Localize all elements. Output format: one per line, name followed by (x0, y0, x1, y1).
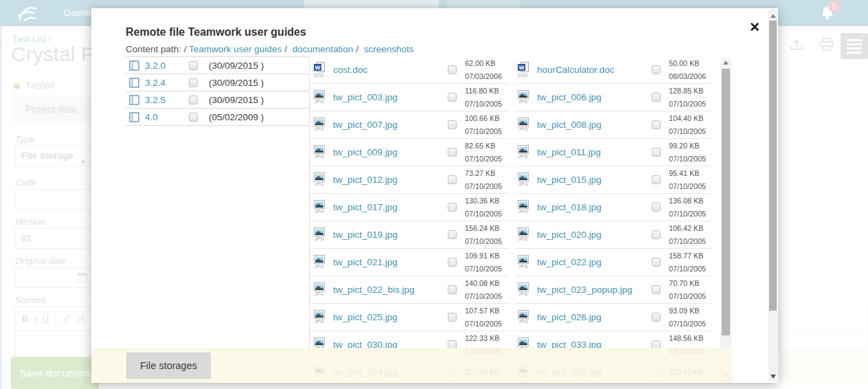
file-link[interactable]: tw_pict_026.jpg (537, 312, 652, 322)
file-date: 07/10/2005 (669, 235, 713, 248)
file-checkbox[interactable] (652, 258, 661, 267)
file-link[interactable]: tw_pict_022_bis.jpg (333, 285, 448, 295)
file-info: 50.00 KB 08/03/2006 (669, 57, 713, 83)
scroll-down-icon[interactable] (768, 372, 777, 380)
file-link[interactable]: tw_pict_018.jpg (537, 202, 652, 212)
folder-link[interactable]: 3.2.5 (145, 95, 189, 105)
jpg-ext-label: JPG (315, 320, 324, 324)
svg-text:W: W (519, 65, 525, 71)
file-size: 73.27 KB (465, 167, 509, 180)
folder-checkbox[interactable] (189, 96, 198, 104)
file-checkbox[interactable] (448, 285, 457, 294)
file-link[interactable]: tw_pict_020.jpg (537, 230, 652, 240)
folder-icon (129, 78, 139, 88)
file-checkbox[interactable] (652, 203, 661, 212)
file-checkbox[interactable] (448, 120, 457, 129)
jpg-file-icon: JPG (311, 282, 328, 297)
file-link[interactable]: tw_pict_003.jpg (333, 92, 448, 102)
file-row: W DOC JPG tw_pict_017.jpg 130.36 KB 07/1… (311, 194, 509, 221)
folder-link[interactable]: 3.2.0 (145, 60, 189, 71)
file-info: 62.00 KB 07/03/2006 (465, 57, 509, 83)
remote-file-dialog: ✕ Remote file Teamwork user guides Conte… (91, 8, 778, 383)
file-list: W DOC JPG cost.doc 62.00 KB 07/03/2006 (311, 56, 713, 382)
file-link[interactable]: tw_pict_017.jpg (333, 202, 448, 212)
file-link[interactable]: tw_pict_011.jpg (537, 147, 652, 157)
file-checkbox[interactable] (448, 148, 457, 157)
file-link[interactable]: hourCalculator.doc (537, 65, 652, 75)
folder-icon (129, 60, 139, 71)
jpg-file-icon: JPG (311, 310, 328, 324)
folder-link[interactable]: 3.2.4 (145, 78, 189, 88)
file-link[interactable]: tw_pict_023_popup.jpg (537, 285, 652, 295)
dialog-scrollbar[interactable] (768, 10, 777, 381)
file-row: W DOC JPG tw_pict_023_popup.jpg 70.70 KB… (515, 276, 713, 304)
file-list-scrollbar[interactable] (720, 58, 731, 382)
path-link[interactable]: documentation (293, 44, 354, 54)
folder-checkbox[interactable] (189, 113, 198, 122)
file-row: W DOC JPG tw_pict_012.jpg 73.27 KB 07/10… (311, 166, 509, 194)
file-link[interactable]: tw_pict_025.jpg (333, 312, 448, 322)
file-link[interactable]: tw_pict_019.jpg (333, 230, 448, 240)
jpg-file-icon: JPG (515, 200, 532, 214)
file-checkbox[interactable] (652, 120, 661, 129)
file-checkbox[interactable] (448, 175, 457, 184)
file-link[interactable]: tw_pict_009.jpg (333, 147, 448, 157)
file-info: 140.08 KB 07/10/2005 (465, 277, 509, 303)
file-link[interactable]: tw_pict_008.jpg (537, 120, 652, 130)
file-size: 128.85 KB (669, 85, 713, 98)
file-link[interactable]: tw_pict_006.jpg (537, 92, 652, 102)
path-link[interactable]: screenshots (364, 44, 414, 54)
folder-checkbox[interactable] (189, 61, 198, 70)
file-date: 07/10/2005 (669, 98, 713, 111)
file-checkbox[interactable] (652, 65, 661, 74)
folder-checkbox[interactable] (189, 78, 198, 87)
file-checkbox[interactable] (652, 313, 661, 322)
file-checkbox[interactable] (448, 258, 457, 267)
file-info: 156.24 KB 07/10/2005 (465, 222, 509, 248)
scrollbar-thumb[interactable] (722, 69, 730, 335)
file-link[interactable]: tw_pict_012.jpg (333, 175, 448, 185)
file-checkbox[interactable] (448, 203, 457, 212)
file-link[interactable]: cost.doc (333, 65, 448, 75)
scrollbar-thumb[interactable] (769, 21, 777, 311)
scroll-up-icon[interactable] (720, 58, 731, 68)
jpg-file-icon: JPG (311, 200, 328, 214)
file-checkbox[interactable] (652, 93, 661, 102)
jpg-ext-label: JPG (518, 237, 528, 242)
jpg-ext-label: JPG (518, 292, 528, 297)
folder-date: (05/02/2009 ) (209, 112, 264, 122)
file-size: 106.42 KB (669, 222, 713, 235)
pane-divider (309, 56, 310, 349)
folder-date: (30/09/2015 ) (209, 60, 264, 71)
file-link[interactable]: tw_pict_007.jpg (333, 120, 448, 130)
file-link[interactable]: tw_pict_015.jpg (537, 175, 652, 185)
jpg-file-icon: JPG (515, 145, 532, 159)
file-checkbox[interactable] (448, 93, 457, 102)
file-date: 07/10/2005 (669, 153, 713, 166)
file-size: 62.00 KB (465, 57, 509, 70)
file-checkbox[interactable] (652, 148, 661, 157)
jpg-ext-label: JPG (315, 100, 324, 104)
file-storages-button[interactable]: File storages (126, 353, 211, 379)
file-link[interactable]: tw_pict_021.jpg (333, 257, 448, 267)
file-date: 07/10/2005 (669, 180, 713, 193)
file-info: 158.77 KB 07/10/2005 (669, 249, 713, 276)
file-date: 07/10/2005 (465, 125, 509, 138)
file-size: 156.24 KB (465, 222, 509, 235)
file-link[interactable]: tw_pict_022.jpg (537, 257, 652, 267)
file-info: 100.66 KB 07/10/2005 (465, 112, 509, 138)
file-checkbox[interactable] (448, 65, 457, 74)
file-checkbox[interactable] (652, 230, 661, 239)
file-checkbox[interactable] (448, 313, 457, 322)
file-info: 136.08 KB 07/10/2005 (669, 194, 713, 221)
file-size: 104.40 KB (669, 112, 713, 125)
scroll-up-icon[interactable] (768, 11, 777, 19)
close-icon[interactable]: ✕ (749, 21, 760, 34)
file-size: 130.36 KB (465, 194, 509, 208)
path-link[interactable]: Teamwork user guides (189, 44, 282, 54)
jpg-ext-label: JPG (315, 292, 324, 297)
file-checkbox[interactable] (448, 230, 457, 239)
folder-link[interactable]: 4.0 (145, 112, 189, 122)
file-checkbox[interactable] (652, 285, 661, 294)
file-checkbox[interactable] (652, 175, 661, 184)
